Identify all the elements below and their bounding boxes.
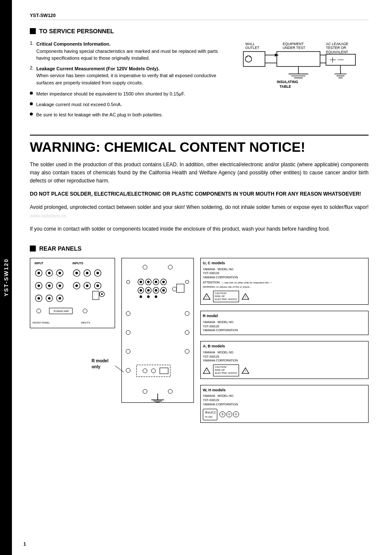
ab-caution-row: ! CAUTIONRISK OFELECTRIC SHOCK ! <box>203 364 366 376</box>
ab-info: YAMAHA MODEL NO. YST-SW120 YAMAHA CORPOR… <box>203 350 366 363</box>
svg-text:EQUIVALENT: EQUIVALENT <box>326 50 348 54</box>
svg-text:!: ! <box>206 370 207 373</box>
svg-point-50 <box>58 284 61 287</box>
svg-point-54 <box>86 284 89 287</box>
svg-text:INPUTS: INPUTS <box>81 321 90 324</box>
to-service-title: TO SERVICE PERSONNEL <box>30 28 369 35</box>
left-column: 1. Critical Components Information. Comp… <box>30 40 228 122</box>
r-model-title: R model <box>203 313 366 319</box>
item-content: Critical Components Information. Compone… <box>36 40 228 62</box>
svg-point-112 <box>168 389 173 393</box>
uc-info: YAMAHA MODEL NO. YST-SW120 YAMAHA CORPOR… <box>203 267 366 280</box>
bullet-text: Meter impedance should be equivalent to … <box>36 90 185 98</box>
svg-point-80 <box>140 280 142 283</box>
svg-point-62 <box>58 297 61 300</box>
svg-text:OUTLET: OUTLET <box>245 46 259 50</box>
rear-panels-section: REAR PANELS INPUT INPUTS <box>30 245 369 425</box>
svg-point-100 <box>126 312 130 316</box>
svg-point-92 <box>155 289 157 292</box>
caution-box: CAUTIONRISK OFELECTRIC SHOCK <box>213 291 239 303</box>
to-service-title-text: TO SERVICE PERSONNEL <box>39 28 114 35</box>
svg-rect-110 <box>160 368 168 374</box>
svg-text:!: ! <box>206 296 207 299</box>
svg-point-111 <box>143 389 147 393</box>
bullet-list: Meter impedance should be equivalent to … <box>30 90 228 119</box>
wh-models-panel: W, H models YAMAHA MODEL NO. YST-SW120 Y… <box>200 385 369 423</box>
rear-panels-title: REAR PANELS <box>30 245 369 252</box>
bullet-icon <box>30 113 33 116</box>
svg-point-36 <box>48 272 51 275</box>
svg-point-90 <box>147 289 150 292</box>
svg-text:POWER AMP: POWER AMP <box>54 310 69 312</box>
svg-point-75 <box>143 265 147 269</box>
bullet-text: Be sure to test for leakage with the AC … <box>36 111 163 119</box>
caution-triangle-icon: ! <box>203 293 210 300</box>
svg-point-109 <box>151 369 156 373</box>
page-number: 1 <box>23 541 26 546</box>
svg-rect-107 <box>137 365 170 377</box>
r-model-panel: R model YAMAHA MODEL NO. YST-SW120 YAMAH… <box>200 311 369 335</box>
rear-panels-title-text: REAR PANELS <box>39 245 81 252</box>
svg-point-96 <box>147 295 150 298</box>
bullet-text: Leakage current must not exceed 0.5mA. <box>36 101 122 108</box>
svg-rect-7 <box>243 52 265 66</box>
middle-panel-area: R modelonly <box>121 258 194 404</box>
svg-text:TABLE: TABLE <box>280 84 291 89</box>
cert-circle-3: ⊙ <box>233 411 239 417</box>
svg-point-98 <box>173 287 177 291</box>
warning-title: WARNING: CHEMICAL CONTENT NOTICE! <box>30 140 369 155</box>
svg-point-102 <box>126 330 130 335</box>
uc-caution-row: ! CAUTIONRISK OFELECTRIC SHOCK ! <box>203 291 366 303</box>
ab-title: A, B models <box>203 344 366 349</box>
warning-body: The solder used in the production of thi… <box>30 161 369 233</box>
watermark-text: www.radiofans.cn <box>30 213 66 218</box>
cert-badge-1: ③8/UC2 7A 252 <box>203 409 217 420</box>
ab-caution-box: CAUTIONRISK OFELECTRIC SHOCK <box>213 364 239 376</box>
wh-certs: ③8/UC2 7A 252 S ⊙ ⊙ <box>203 409 366 420</box>
item-number: 2. <box>30 65 34 87</box>
to-service-section: TO SERVICE PERSONNEL 1. Critical Compone… <box>30 28 369 122</box>
cert-circle-1: S <box>219 411 225 417</box>
wh-title: W, H models <box>203 387 366 393</box>
circuit-diagram: WALL OUTLET EQUIPMENT UNDER TEST AC LEAK… <box>236 40 364 92</box>
page-container: YST-SW120 YST-SW120 TO SERVICE PERSONNEL… <box>0 0 392 555</box>
cert-badges-row: S ⊙ ⊙ <box>219 411 239 417</box>
item-content: Leakage Current Measurement (For 120V Mo… <box>36 65 228 87</box>
svg-point-108 <box>143 369 147 373</box>
svg-point-8 <box>245 56 252 62</box>
svg-text:UNDER TEST: UNDER TEST <box>282 46 305 50</box>
sidebar-label: YST-SW120 <box>0 0 12 555</box>
svg-point-76 <box>168 265 173 269</box>
svg-point-103 <box>185 330 189 335</box>
item-number: 1. <box>30 40 34 62</box>
svg-point-104 <box>126 349 130 353</box>
title-square-icon <box>30 246 36 251</box>
bullet-item-2: Leakage current must not exceed 0.5mA. <box>30 101 228 108</box>
caution-triangle-icon-2: ! <box>242 293 249 300</box>
page-header: YST-SW120 <box>30 13 369 20</box>
item-title: Critical Components Information. <box>36 41 110 46</box>
svg-point-38 <box>58 272 61 275</box>
svg-point-86 <box>162 280 165 283</box>
warning-para-1: The solder used in the production of thi… <box>30 161 369 185</box>
svg-point-78 <box>185 280 189 283</box>
uc-models-panel: U, C models YAMAHA MODEL NO. YST-SW120 Y… <box>200 258 369 305</box>
svg-point-34 <box>37 272 40 275</box>
svg-text:INSULATING: INSULATING <box>277 80 298 84</box>
svg-point-58 <box>37 297 40 300</box>
svg-point-60 <box>48 297 51 300</box>
middle-panel-diagram <box>121 258 194 403</box>
warning-para-2: DO NOT PLACE SOLDER, ELECTRICAL/ELECTRON… <box>30 190 369 198</box>
ab-caution-triangle-icon-2: ! <box>242 367 249 374</box>
svg-point-72 <box>83 309 87 313</box>
warning-para-4: If you come in contact with solder or co… <box>30 225 369 233</box>
svg-point-101 <box>185 312 189 316</box>
svg-point-56 <box>96 284 99 287</box>
uc-title: U, C models <box>203 260 366 266</box>
svg-point-95 <box>140 295 142 298</box>
svg-text:INPUTS: INPUTS <box>72 262 84 265</box>
svg-point-48 <box>48 284 51 287</box>
svg-point-44 <box>96 272 99 275</box>
wh-info: YAMAHA MODEL NO. YST-SW120 YAMAHA CORPOR… <box>203 394 366 406</box>
connector-line-svg <box>92 361 130 374</box>
